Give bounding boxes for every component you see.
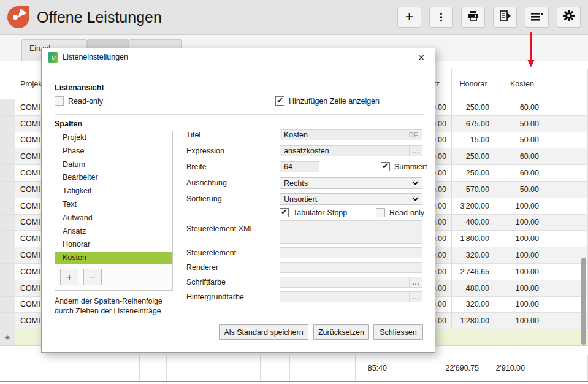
steuerelement-field[interactable] xyxy=(280,247,422,258)
export-button[interactable] xyxy=(493,7,517,28)
column-header-empty xyxy=(549,69,588,99)
titel-field[interactable]: Kosten DE xyxy=(280,129,422,140)
row-selector[interactable] xyxy=(0,182,15,198)
print-icon xyxy=(467,10,479,25)
spalten-item-datum[interactable]: Datum xyxy=(55,158,172,172)
cell-empty xyxy=(549,231,588,247)
dialog-titlebar[interactable]: v Listeneinstellungen ✕ xyxy=(42,48,435,66)
expression-field[interactable]: ansatzkosten … xyxy=(280,145,422,156)
total-cell-empty xyxy=(191,355,261,381)
hintergrundfarbe-ellipsis-button[interactable]: … xyxy=(409,292,422,302)
cell-empty xyxy=(549,132,588,148)
expression-ellipsis-button[interactable]: … xyxy=(409,146,422,156)
reset-button[interactable]: Zurücksetzen xyxy=(313,324,369,340)
read-only-checkbox[interactable] xyxy=(55,96,64,106)
app-window: Offene Leistungen + Einzel Projekt Ansat… xyxy=(0,0,588,384)
row-selector[interactable] xyxy=(0,198,15,214)
cell-honorar: 250.00 xyxy=(452,148,495,164)
plus-icon: + xyxy=(405,10,413,25)
close-button[interactable]: Schliessen xyxy=(373,324,423,340)
settings-button[interactable] xyxy=(557,7,581,28)
list-options-icon xyxy=(530,10,544,25)
cell-honorar: 250.00 xyxy=(452,99,495,115)
cell-kosten: 100.00 xyxy=(495,231,549,247)
sortierung-label: Sortierung xyxy=(186,194,222,203)
column-read-only-checkbox[interactable] xyxy=(376,208,385,217)
sortierung-dropdown[interactable]: Unsortiert xyxy=(280,193,422,205)
row-selector[interactable] xyxy=(0,148,15,164)
row-selector[interactable] xyxy=(0,99,15,115)
more-actions-button[interactable] xyxy=(429,7,453,28)
row-selector[interactable] xyxy=(0,165,15,181)
spalten-item-aufwand[interactable]: Aufwand xyxy=(55,212,172,225)
column-header-kosten[interactable]: Kosten xyxy=(495,69,549,99)
spalten-item-honorar[interactable]: Honorar xyxy=(55,238,172,252)
row-selector[interactable] xyxy=(0,116,15,132)
logo-fan-shape xyxy=(17,9,27,17)
close-icon[interactable]: ✕ xyxy=(415,52,427,64)
schriftfarbe-ellipsis-button[interactable]: … xyxy=(409,277,422,287)
table-totals-row: 85:4022'690.752'910.00 xyxy=(0,355,588,382)
export-icon xyxy=(498,10,512,25)
column-read-only-label: Read-only xyxy=(389,209,424,217)
ausrichtung-label: Ausrichtung xyxy=(186,179,227,187)
steuerelement-xml-field[interactable] xyxy=(280,220,422,244)
cell-kosten: 60.00 xyxy=(495,99,549,115)
cell-honorar: 250.00 xyxy=(452,165,495,181)
expression-label: Expression xyxy=(186,147,224,155)
titel-label: Titel xyxy=(186,131,200,139)
spalten-item-ansatz[interactable]: Ansatz xyxy=(55,225,172,239)
cell-kosten: 50.00 xyxy=(495,182,549,198)
row-selector[interactable] xyxy=(0,215,15,231)
summiert-checkbox[interactable] xyxy=(381,162,390,171)
spalten-item-kosten[interactable]: Kosten xyxy=(55,252,172,264)
renderer-label: Renderer xyxy=(186,263,218,272)
cell-kosten: 100.00 xyxy=(495,264,549,280)
save-as-default-button[interactable]: Als Standard speichern xyxy=(219,324,308,340)
logo-hole-shape xyxy=(13,15,18,20)
breite-field[interactable]: 64 xyxy=(280,161,319,172)
cell-honorar: 3'200.00 xyxy=(452,198,495,214)
row-selector[interactable] xyxy=(0,231,15,247)
cell-kosten: 60.00 xyxy=(495,148,549,164)
tabulator-stopp-checkbox[interactable] xyxy=(280,208,289,217)
add-column-button[interactable]: + xyxy=(60,269,78,285)
row-selector[interactable] xyxy=(0,313,15,329)
spalten-item-projekt[interactable]: Projekt xyxy=(55,131,172,145)
cell-empty xyxy=(549,99,588,115)
ausrichtung-dropdown[interactable]: Rechts xyxy=(280,177,422,189)
toolbar: + xyxy=(397,7,581,28)
spalten-item-tätigkeit[interactable]: Tätigkeit xyxy=(55,185,172,198)
expression-value: ansatzkosten xyxy=(284,147,329,155)
add-button[interactable]: + xyxy=(397,7,421,28)
sortierung-value: Unsortiert xyxy=(284,195,317,204)
red-arrow-annotation xyxy=(527,32,535,67)
cell-honorar: 480.00 xyxy=(452,280,495,296)
row-selector[interactable] xyxy=(0,247,15,263)
schriftfarbe-field[interactable]: … xyxy=(280,277,422,288)
renderer-field[interactable] xyxy=(280,262,422,273)
cell-honorar: 1'280.00 xyxy=(452,313,495,329)
list-options-button[interactable] xyxy=(525,7,549,28)
total-cell-empty xyxy=(391,355,437,381)
vertical-scrollbar-thumb[interactable] xyxy=(581,258,586,345)
hinzufuegen-zeile-checkbox[interactable] xyxy=(275,96,284,106)
row-selector[interactable] xyxy=(0,132,15,148)
row-selector[interactable] xyxy=(0,264,15,280)
tabulator-stopp-label: Tabulator-Stopp xyxy=(293,209,347,217)
cell-kosten: 50.00 xyxy=(495,132,549,148)
spalten-item-phase[interactable]: Phase xyxy=(55,145,172,158)
section-spalten: Spalten xyxy=(55,120,82,128)
spalten-item-text[interactable]: Text xyxy=(55,198,172,212)
hintergrundfarbe-field[interactable]: … xyxy=(280,291,422,302)
cell-empty xyxy=(549,116,588,132)
cell-honorar: 675.00 xyxy=(452,116,495,132)
remove-column-button[interactable]: − xyxy=(83,269,102,285)
row-selector[interactable] xyxy=(0,297,15,313)
row-selector[interactable] xyxy=(0,280,15,296)
total-cell-empty xyxy=(529,355,588,381)
column-header-honorar[interactable]: Honorar xyxy=(452,69,495,99)
print-button[interactable] xyxy=(461,7,485,28)
spalten-item-bearbeiter[interactable]: Bearbeiter xyxy=(55,171,172,185)
cell-kosten: 100.00 xyxy=(495,247,549,263)
